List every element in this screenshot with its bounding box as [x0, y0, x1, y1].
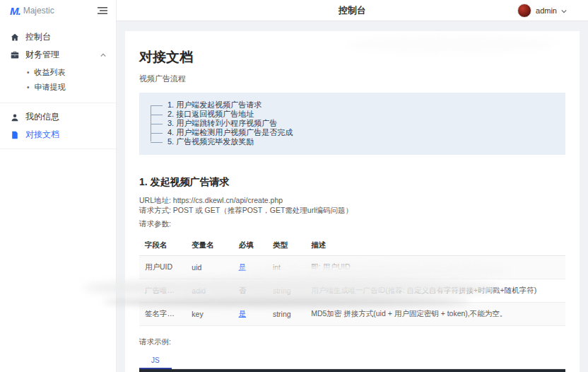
process-tree: 1. 用户端发起视频广告请求2. 接口返回视频广告地址3. 用户端跳转到小程序视… [151, 100, 554, 146]
table-cell: 广告唯一ID [139, 279, 186, 303]
required-flag: 是 [239, 262, 247, 271]
column-header: 必填 [233, 236, 267, 256]
code-tab-bar: JS [139, 354, 565, 369]
sidebar-item-profile[interactable]: 我的信息 [0, 108, 116, 126]
table-cell: string [267, 279, 305, 303]
sidebar-nav: 控制台财务管理收益列表申请提现我的信息对接文档 [0, 21, 116, 149]
user-menu[interactable]: admin [517, 4, 588, 18]
logo-text: Majestic [23, 6, 54, 16]
table-row: 用户UIDuid是int即: 用户UID [139, 256, 565, 279]
divider [0, 149, 116, 149]
required-flag: 是 [239, 309, 247, 318]
params-table: 字段名变量名必填类型描述 用户UIDuid是int即: 用户UID广告唯一IDa… [139, 236, 565, 326]
code-block: // 创建唯一广告IDvar token = 'knwlxj' +// 创建XM… [139, 369, 565, 372]
divider [0, 103, 116, 103]
table-cell: 是 [233, 303, 267, 326]
sidebar-logo-row: M. Majestic [0, 0, 116, 21]
sidebar-item-label: 财务管理 [25, 49, 59, 61]
params-label: 请求参数: [139, 219, 565, 228]
table-cell: 用户端生成唯一广告ID(推荐: 自定义自有字符拼接+时间戳+随机字符) [305, 279, 565, 303]
sidebar-subitem-revenue-list[interactable]: 收益列表 [0, 65, 116, 80]
table-cell: int [267, 256, 305, 279]
sidebar-item-console[interactable]: 控制台 [0, 28, 116, 46]
logo-mark-icon: M. [10, 5, 20, 17]
sidebar-subitem-withdraw[interactable]: 申请提现 [0, 80, 116, 95]
table-header-row: 字段名变量名必填类型描述 [139, 236, 565, 256]
column-header: 类型 [267, 236, 305, 256]
process-steps-box: 1. 用户端发起视频广告请求2. 接口返回视频广告地址3. 用户端跳转到小程序视… [139, 93, 565, 155]
top-header: 控制台 admin [117, 0, 588, 21]
document-icon [10, 130, 19, 139]
tab-js[interactable]: JS [139, 354, 172, 369]
section-title: 1. 发起视频广告请求 [139, 176, 565, 189]
sidebar-item-label: 控制台 [25, 31, 51, 43]
method-label: 请求方式: [139, 206, 171, 214]
avatar [517, 4, 531, 18]
home-icon [10, 33, 19, 42]
doc-subtitle: 视频广告流程 [139, 74, 565, 84]
sidebar-item-finance[interactable]: 财务管理 [0, 46, 116, 64]
required-flag: 否 [239, 286, 247, 294]
column-header: 描述 [305, 236, 565, 256]
table-cell: string [267, 303, 305, 326]
sidebar-submenu: 收益列表申请提现 [0, 64, 116, 98]
sidebar: M. Majestic 控制台财务管理收益列表申请提现我的信息对接文档 [0, 0, 117, 372]
chevron-up-icon [100, 52, 106, 58]
sidebar-item-docs[interactable]: 对接文档 [0, 126, 116, 144]
table-cell: 即: 用户UID [305, 256, 565, 279]
process-step: 5. 广告视频完毕发放奖励 [151, 137, 554, 146]
url-line: URL地址: https://cs.dkewl.cn/api/create.ph… [139, 196, 565, 205]
table-row: 签名字符串key是stringMD5加密 拼接方式(uid + 用户固定密钥 +… [139, 303, 565, 326]
table-cell: key [186, 303, 233, 326]
url-value: https://cs.dkewl.cn/api/create.php [173, 196, 283, 204]
url-label: URL地址: [139, 196, 171, 204]
user-name: admin [536, 6, 557, 15]
user-icon [10, 112, 19, 122]
app-window: M. Majestic 控制台财务管理收益列表申请提现我的信息对接文档 控制台 … [0, 0, 588, 372]
sidebar-collapse-icon[interactable] [98, 6, 107, 15]
column-header: 变量名 [186, 236, 233, 256]
table-cell: adid [186, 279, 233, 303]
table-row: 广告唯一IDadid否string用户端生成唯一广告ID(推荐: 自定义自有字符… [139, 279, 565, 303]
doc-title: 对接文档 [139, 48, 565, 66]
method-line: 请求方式: POST 或 GET（推荐POST，GET需处理url编码问题） [139, 206, 565, 215]
table-cell: 用户UID [139, 256, 186, 279]
example-label: 请求示例: [139, 337, 565, 347]
doc-card: 对接文档 视频广告流程 1. 用户端发起视频广告请求2. 接口返回视频广告地址3… [125, 31, 580, 372]
finance-icon [10, 50, 19, 59]
chevron-down-icon [561, 4, 567, 17]
main-area: 控制台 admin 对接文档 视频广告流程 1. 用户端发起视频广告请求2. 接… [117, 0, 588, 372]
method-value: POST 或 GET（推荐POST，GET需处理url编码问题） [173, 206, 353, 214]
sidebar-item-label: 我的信息 [25, 111, 59, 123]
column-header: 字段名 [139, 236, 186, 256]
table-cell: 签名字符串 [139, 303, 186, 326]
table-cell: uid [186, 256, 233, 279]
table-cell: MD5加密 拼接方式(uid + 用户固定密钥 + token),不能为空。 [305, 303, 565, 326]
content-area: 对接文档 视频广告流程 1. 用户端发起视频广告请求2. 接口返回视频广告地址3… [117, 21, 588, 372]
sidebar-item-label: 对接文档 [25, 129, 59, 141]
table-cell: 否 [233, 279, 267, 303]
table-cell: 是 [233, 256, 267, 279]
